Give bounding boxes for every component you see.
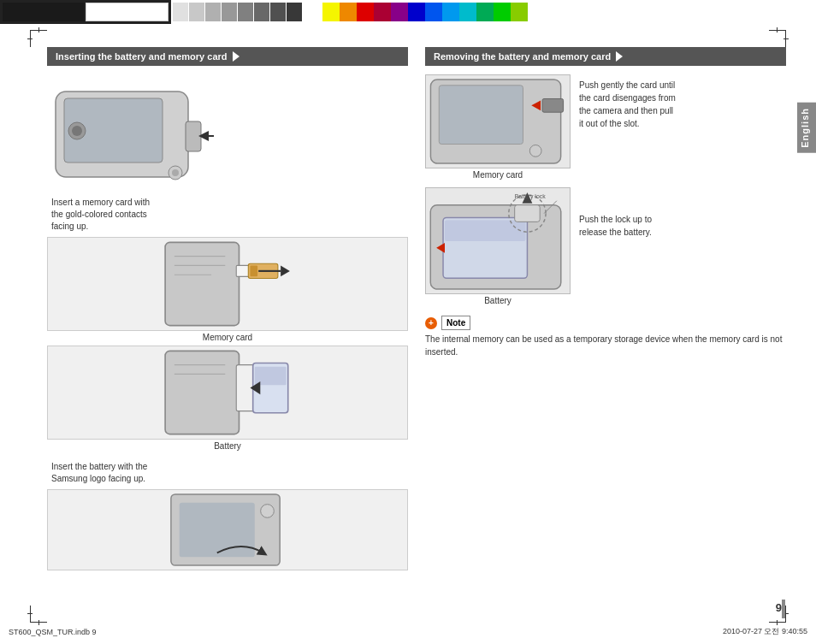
bottom-camera-svg: [48, 490, 407, 570]
battery-insert-box: [47, 346, 408, 440]
main-camera-area: [47, 74, 408, 192]
bottom-camera-box: [47, 489, 408, 570]
two-columns: Inserting the battery and memory card: [47, 47, 786, 572]
note-box: + Note The internal memory can be used a…: [425, 316, 786, 358]
svg-point-6: [172, 169, 179, 176]
insert-header-arrow: [233, 51, 239, 62]
svg-rect-18: [165, 351, 239, 434]
color-swatch-white: [86, 3, 169, 21]
footer-right: 2010-07-27 오전 9:40:55: [723, 626, 807, 637]
remove-memory-description: Push gently the card until the card dise…: [579, 80, 676, 128]
svg-rect-32: [542, 98, 564, 112]
page-number: 9: [776, 601, 782, 614]
svg-rect-14: [250, 265, 257, 276]
svg-marker-12: [281, 265, 290, 276]
svg-rect-37: [445, 220, 525, 241]
note-icon: +: [425, 317, 437, 329]
svg-rect-39: [515, 205, 541, 222]
gray-swatches: [171, 0, 304, 24]
memory-card-svg: [48, 238, 407, 330]
svg-point-34: [529, 145, 541, 157]
color-bar: [0, 0, 816, 24]
footer-bar: ST600_QSM_TUR.indb 9 2010-07-27 오전 9:40:…: [0, 626, 816, 637]
svg-rect-2: [186, 121, 201, 151]
remove-header-text: Removing the battery and memory card: [434, 51, 611, 62]
corner-mark-tl: [30, 30, 47, 47]
remove-battery-box: Battery lock: [425, 187, 571, 294]
svg-text:Battery lock: Battery lock: [515, 193, 546, 200]
corner-mark-tr: [769, 30, 786, 47]
svg-rect-26: [180, 503, 255, 558]
battery-insert-svg: [48, 346, 407, 439]
instruction-battery: Insert the battery with the Samsung logo…: [51, 461, 408, 485]
page-number-line: [782, 600, 785, 618]
remove-memory-card-svg: [426, 75, 570, 168]
color-swatch-black: [3, 3, 84, 21]
left-column: Inserting the battery and memory card: [47, 47, 408, 572]
english-tab: English: [797, 103, 816, 153]
battery-caption: Battery: [47, 441, 408, 451]
memory-card-insert-box: [47, 237, 408, 331]
insert-section-header: Inserting the battery and memory card: [47, 47, 408, 66]
svg-rect-9: [165, 242, 239, 325]
svg-rect-30: [439, 86, 523, 145]
memory-card-caption: Memory card: [47, 333, 408, 342]
note-text: The internal memory can be used as a tem…: [425, 333, 786, 358]
corner-mark-bl: [30, 606, 47, 623]
remove-memory-card-caption: Memory card: [425, 170, 571, 180]
remove-battery-description: Push the lock up to release the battery.: [579, 215, 652, 237]
note-label: Note: [441, 316, 470, 330]
footer-left: ST600_QSM_TUR.indb 9: [9, 628, 97, 636]
remove-memory-card-box: [425, 74, 571, 168]
svg-point-27: [261, 505, 275, 518]
right-column: Removing the battery and memory card: [425, 47, 786, 572]
color-swatches: [321, 0, 529, 24]
remove-battery-caption: Battery: [425, 296, 571, 305]
remove-battery-svg: Battery lock: [426, 188, 570, 293]
svg-point-8: [72, 126, 82, 136]
main-content: Inserting the battery and memory card: [47, 47, 786, 614]
insert-header-text: Inserting the battery and memory card: [56, 51, 228, 62]
remove-section-header: Removing the battery and memory card: [425, 47, 786, 66]
camera-main-svg: [47, 74, 227, 190]
instruction-memory-card: Insert a memory card with the gold-color…: [51, 197, 408, 233]
remove-header-arrow: [616, 51, 623, 62]
